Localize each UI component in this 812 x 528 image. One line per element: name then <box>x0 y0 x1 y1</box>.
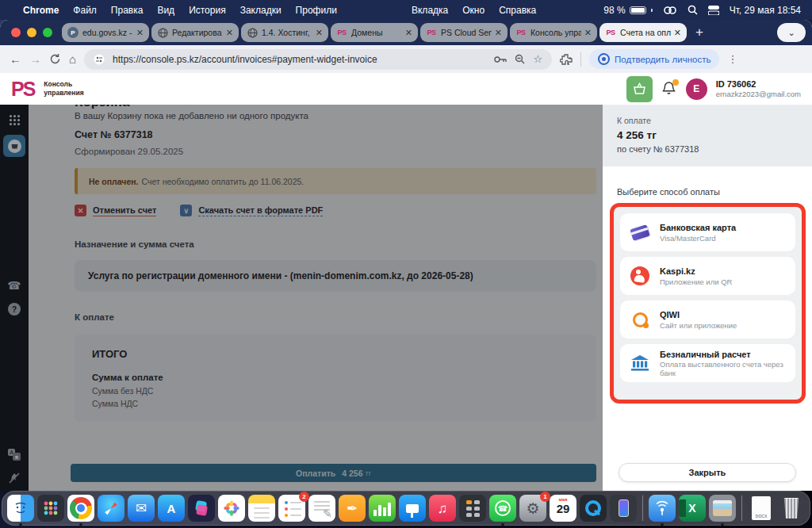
tab-ps-cloud[interactable]: PS PS Cloud Serv ✕ <box>420 23 508 42</box>
cancel-invoice-button[interactable]: ✕ Отменить счет <box>75 205 156 216</box>
notifications-bell-button[interactable] <box>661 81 677 97</box>
tab-hosting[interactable]: 1.4. Хостинг, ✕ <box>241 23 328 42</box>
dock-trash-icon[interactable] <box>778 495 805 522</box>
address-bar[interactable]: https://console.ps.kz/account/invoices#p… <box>84 49 552 70</box>
dock-chrome-icon[interactable] <box>67 495 94 522</box>
grid-icon[interactable] <box>0 114 29 126</box>
dock-app-store-icon[interactable]: A <box>158 495 185 522</box>
control-center-icon[interactable] <box>708 6 719 15</box>
dock-whatsapp-icon[interactable]: ☎ <box>489 495 516 522</box>
menu-profiles[interactable]: Профили <box>289 5 344 16</box>
desktop: Chrome Файл Правка Вид История Закладки … <box>0 0 812 528</box>
phone-icon[interactable]: ☎ <box>0 279 29 292</box>
battery-status[interactable]: 98 % <box>603 5 652 16</box>
minimize-window-button[interactable] <box>27 28 36 37</box>
close-tab-icon[interactable]: ✕ <box>584 28 592 38</box>
menu-bookmarks[interactable]: Закладки <box>233 5 289 16</box>
extensions-puzzle-icon[interactable] <box>560 53 573 66</box>
method-bank-card[interactable]: Банковская карта Visa/MasterCard <box>620 213 795 251</box>
cart-button[interactable] <box>626 76 653 102</box>
new-tab-button[interactable]: + <box>689 23 710 42</box>
dock-pages-icon[interactable]: ✒ <box>339 495 366 522</box>
dock-iphone-mirroring-icon[interactable] <box>610 495 637 522</box>
bookmark-star-icon[interactable]: ☆ <box>533 53 542 65</box>
dock-mail-icon[interactable]: ✉ <box>128 495 155 522</box>
dock-calculator-icon[interactable] <box>459 495 486 522</box>
close-tab-icon[interactable]: ✕ <box>316 28 323 38</box>
menu-view[interactable]: Вид <box>150 5 182 16</box>
tab-domains[interactable]: PS Домены ✕ <box>331 23 418 42</box>
sidebar-cart-active[interactable] <box>3 135 25 157</box>
dock-music-icon[interactable]: ♫ <box>429 495 456 522</box>
pay-button[interactable]: Оплатить 4 256 тг <box>71 464 596 482</box>
tab-console[interactable]: PS Консоль упра ✕ <box>510 23 597 42</box>
menu-chrome[interactable]: Chrome <box>16 5 66 16</box>
close-tab-icon[interactable]: ✕ <box>495 28 502 38</box>
menu-edit[interactable]: Правка <box>104 5 151 16</box>
dock-calendar-icon[interactable]: мая 29 <box>550 495 576 522</box>
menu-window[interactable]: Окно <box>455 5 492 16</box>
menu-file[interactable]: Файл <box>66 5 104 16</box>
close-tab-icon[interactable]: ✕ <box>226 28 233 38</box>
user-avatar[interactable]: E <box>686 78 707 100</box>
method-name: Kaspi.kz <box>660 266 732 277</box>
tab-edu-govs[interactable]: P edu.govs.kz - ✕ <box>62 23 149 42</box>
dock-photos-icon[interactable] <box>218 495 245 522</box>
dock-finder-icon[interactable] <box>7 495 34 522</box>
home-button[interactable]: ⌂ <box>69 52 76 66</box>
tab-invoices-active[interactable]: PS Счета на опла ✕ <box>599 23 687 42</box>
download-pdf-button[interactable]: ∨ Скачать счет в формате PDF <box>180 205 323 216</box>
ps-logo[interactable]: PS <box>11 78 34 101</box>
browser-menu-icon[interactable]: ⋮ <box>727 53 738 65</box>
dock-numbers-icon[interactable] <box>369 495 396 522</box>
method-bank-transfer[interactable]: Безналичный расчет Оплата выставленного … <box>620 344 795 382</box>
site-settings-icon[interactable] <box>94 54 105 65</box>
menu-help[interactable]: Справка <box>492 5 543 16</box>
spotlight-search-icon[interactable] <box>688 5 698 15</box>
dock-excel-icon[interactable]: X <box>679 495 706 522</box>
close-window-button[interactable] <box>11 28 21 37</box>
help-icon[interactable]: ? <box>0 303 29 316</box>
close-tab-icon[interactable]: ✕ <box>405 28 412 38</box>
menu-clock[interactable]: Чт, 29 мая 18:54 <box>730 5 801 16</box>
dock-launchpad-icon[interactable] <box>37 495 64 522</box>
pin-off-icon[interactable] <box>0 473 29 484</box>
url-text[interactable]: https://console.ps.kz/account/invoices#p… <box>113 54 486 65</box>
basket-icon <box>633 82 646 95</box>
method-kaspi[interactable]: Kaspi.kz Приложение или QR <box>620 257 795 295</box>
warning-text: Счет необходимо оплатить до 11.06.2025. <box>142 177 304 186</box>
method-qiwi[interactable]: QIWI Сайт или приложение <box>620 300 795 339</box>
zoom-icon[interactable] <box>515 54 525 64</box>
dock-safari-icon[interactable] <box>98 495 124 522</box>
profile-verify-chip[interactable]: Подтвердить личность <box>589 49 719 69</box>
dock-shortcuts-icon[interactable] <box>188 495 215 522</box>
favicon-p: P <box>67 27 79 38</box>
dock-quicktime-icon[interactable] <box>580 495 607 522</box>
reload-button[interactable] <box>49 53 61 65</box>
user-email: ernazkz2023@gmail.com <box>716 90 801 98</box>
forward-button[interactable]: → <box>29 53 41 65</box>
close-tab-icon[interactable]: ✕ <box>674 28 681 38</box>
tab-editing[interactable]: Редактирова ✕ <box>151 23 239 42</box>
browser-toolbar: ← → ⌂ https://console.ps.kz/account/invo… <box>0 45 812 73</box>
dock-reminders-icon[interactable]: 2 <box>278 495 305 522</box>
dock-textedit-icon[interactable]: ✎ <box>308 495 335 522</box>
menu-tab[interactable]: Вкладка <box>404 5 455 16</box>
dock-downloads-document-icon[interactable]: DOCX <box>748 495 775 522</box>
password-key-icon[interactable] <box>494 55 507 63</box>
dock-notes-icon[interactable] <box>248 495 275 522</box>
close-tab-icon[interactable]: ✕ <box>136 28 144 38</box>
tab-search-chevron-button[interactable]: ⌄ <box>777 23 806 42</box>
back-button[interactable]: ← <box>10 53 21 65</box>
dock-keynote-icon[interactable] <box>399 495 426 522</box>
menu-history[interactable]: История <box>182 5 233 16</box>
dock-system-settings-icon[interactable]: 1⚙ <box>519 495 546 522</box>
translate-icon[interactable]: Aя <box>0 449 29 461</box>
unpaid-warning-banner: Не оплачен. Счет необходимо оплатить до … <box>75 168 596 194</box>
service-row[interactable]: Услуга по регистрации доменного имени - … <box>75 260 596 292</box>
link-icon[interactable] <box>663 6 677 15</box>
zoom-window-button[interactable] <box>43 28 52 37</box>
close-widget-button[interactable]: Закрыть <box>619 463 796 482</box>
dock-airport-utility-icon[interactable] <box>649 495 676 522</box>
dock-preview-window-icon[interactable] <box>709 495 736 522</box>
